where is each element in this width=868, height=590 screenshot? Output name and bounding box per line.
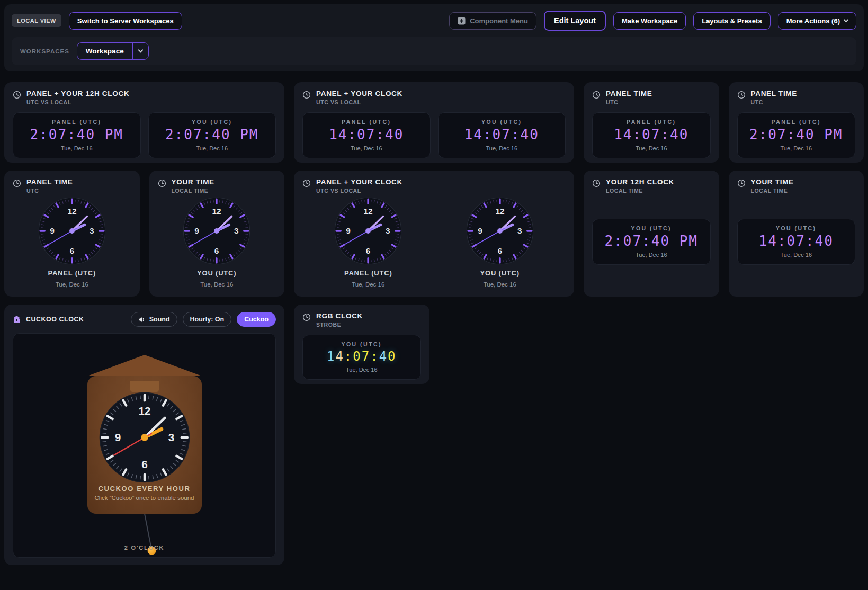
plus-square-icon [458,17,466,25]
card-title: YOUR TIME [751,178,794,186]
clock-source-label: YOU (UTC) [597,225,706,231]
card-your-time-digital: YOUR TIME LOCAL TIME YOU (UTC) 14:07:40 … [729,171,864,297]
clock-source-label: PANEL (UTC) [597,119,706,125]
card-title: CUCKOO CLOCK [26,316,84,323]
digital-clock-panel: YOU (UTC) 14:07:40 Tue, Dec 16 [438,112,566,158]
clock-source-label: YOU (UTC) [480,269,520,277]
clock-icon [13,179,21,187]
digital-clock-panel: YOU (UTC) 14:07:40 Tue, Dec 16 [302,335,421,380]
card-title: YOUR TIME [172,178,214,186]
clock-source-label: YOU (UTC) [197,269,236,277]
clock-date: Tue, Dec 16 [742,252,851,258]
clock-date: Tue, Dec 16 [153,145,272,151]
card-rgb-clock: RGB CLOCK STROBE YOU (UTC) 14:07:40 Tue,… [294,305,429,384]
svg-text:9: 9 [478,226,482,235]
clock-time: 14:07:40 [742,233,851,249]
digital-clock-panel: YOU (UTC) 14:07:40 Tue, Dec 16 [737,219,856,265]
clock-date: Tue, Dec 16 [200,281,233,288]
card-panel-time-analog: PANEL TIME UTC 12369 PANEL (UTC) Tue, De… [4,171,140,297]
workspace-select[interactable]: Workspace [77,42,149,60]
toolbar-row: LOCAL VIEW Switch to Server Workspaces C… [12,11,856,31]
card-subtitle: UTC VS LOCAL [26,99,129,105]
rgb-time: 14:07:40 [307,349,416,364]
cuckoo-hour-status: 2 O'CLOCK [13,544,275,551]
clock-icon [13,91,21,99]
clock-icon [302,179,311,187]
svg-text:9: 9 [346,226,351,235]
layouts-presets-button[interactable]: Layouts & Presets [693,12,770,30]
clock-icon [592,91,601,99]
analog-clock: 12369 [465,196,535,266]
analog-clock: 12369 [37,196,107,266]
cuckoo-roof [87,355,202,376]
component-menu-label: Component Menu [470,17,528,25]
svg-text:6: 6 [141,458,148,470]
digital-clock-panel: YOU (UTC) 2:07:40 PM Tue, Dec 16 [148,112,276,158]
hourly-toggle-button[interactable]: Hourly: On [183,312,232,327]
clock-date: Tue, Dec 16 [597,145,706,151]
card-title: PANEL TIME [606,90,652,97]
top-bar: LOCAL VIEW Switch to Server Workspaces C… [4,4,864,71]
card-title: PANEL TIME [26,178,73,186]
card-your-time-analog: YOUR TIME LOCAL TIME 12369 YOU (UTC) Tue… [149,171,285,297]
cuckoo-button[interactable]: Cuckoo [237,312,276,327]
clock-source-label: PANEL (UTC) [344,269,392,277]
card-title: PANEL + YOUR CLOCK [316,178,402,186]
clock-time: 14:07:40 [597,127,706,142]
clock-icon [302,313,311,321]
cuckoo-caption: CUCKOO EVERY HOUR [99,485,191,493]
digital-clock-panel: PANEL (UTC) 2:07:40 PM Tue, Dec 16 [13,112,141,158]
clock-date: Tue, Dec 16 [484,281,516,288]
workspace-select-value: Workspace [77,43,132,59]
card-subtitle: LOCAL TIME [172,187,214,194]
chevron-down-icon [138,48,143,53]
svg-text:12: 12 [212,207,221,216]
clock-date: Tue, Dec 16 [742,145,851,151]
workspace-select-caret[interactable] [132,43,148,59]
digital-clock-panel: PANEL (UTC) 14:07:40 Tue, Dec 16 [592,112,711,158]
more-actions-button[interactable]: More Actions (6) [778,12,856,30]
card-cuckoo-clock: CUCKOO CLOCK Sound Hourly: On Cuckoo 123… [4,305,284,565]
svg-text:9: 9 [114,431,121,443]
clock-date: Tue, Dec 16 [17,145,136,151]
clock-date: Tue, Dec 16 [443,145,561,151]
speaker-icon [138,317,146,323]
cuckoo-hint: Click “Cuckoo” once to enable sound [95,495,194,501]
clock-time: 2:07:40 PM [597,233,706,249]
more-actions-label: More Actions (6) [786,17,840,25]
cuckoo-analog-clock: 12369 [97,390,192,485]
clock-source-label: PANEL (UTC) [17,119,136,125]
clock-date: Tue, Dec 16 [56,281,88,288]
make-workspace-button[interactable]: Make Workspace [613,12,686,30]
local-view-badge: LOCAL VIEW [12,14,61,27]
component-menu-button[interactable]: Component Menu [449,12,536,30]
card-subtitle: UTC [26,187,73,194]
svg-text:6: 6 [214,246,219,255]
edit-layout-button[interactable]: Edit Layout [544,11,606,31]
card-subtitle: LOCAL TIME [606,187,674,194]
card-subtitle: UTC VS LOCAL [316,99,402,105]
switch-server-workspaces-button[interactable]: Switch to Server Workspaces [69,12,182,30]
clock-time: 14:07:40 [443,127,561,142]
card-panel-your-clock: PANEL + YOUR CLOCK UTC VS LOCAL PANEL (U… [294,82,574,163]
svg-text:12: 12 [495,207,504,216]
sound-button[interactable]: Sound [131,312,177,327]
clock-date: Tue, Dec 16 [307,145,426,151]
card-subtitle: UTC [606,99,652,105]
clock-icon [737,179,746,187]
workspaces-label: WORKSPACES [20,48,69,55]
card-panel-time-digital: PANEL TIME UTC PANEL (UTC) 14:07:40 Tue,… [584,82,719,163]
clock-date: Tue, Dec 16 [307,366,416,373]
clock-source-label: YOU (UTC) [153,119,272,125]
card-panel-time-digital-12h: PANEL TIME UTC PANEL (UTC) 2:07:40 PM Tu… [729,82,864,163]
card-title: PANEL + YOUR 12H CLOCK [26,90,129,97]
card-title: YOUR 12H CLOCK [606,178,674,186]
clock-date: Tue, Dec 16 [352,281,384,288]
svg-text:12: 12 [67,207,76,216]
clock-icon [158,179,166,187]
card-subtitle: UTC VS LOCAL [316,187,402,194]
svg-text:6: 6 [497,246,502,255]
card-panel-your-12h-clock: PANEL + YOUR 12H CLOCK UTC VS LOCAL PANE… [4,82,284,163]
svg-text:9: 9 [50,226,55,235]
widget-grid: PANEL + YOUR 12H CLOCK UTC VS LOCAL PANE… [4,82,864,565]
